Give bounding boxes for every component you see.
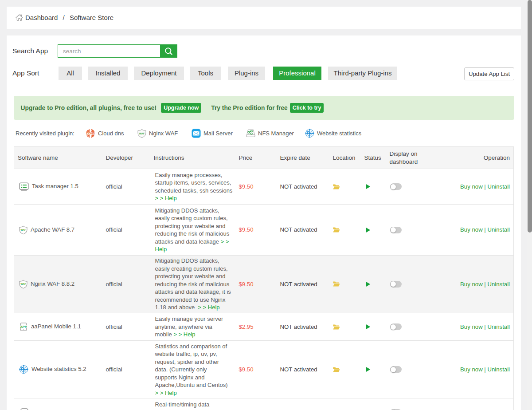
svg-text:WAF: WAF <box>21 229 27 231</box>
svg-text:DDNS: DDNS <box>86 131 95 135</box>
svg-text:WAF: WAF <box>21 283 27 285</box>
svg-text:WAF: WAF <box>139 132 145 135</box>
svg-text:APP: APP <box>20 325 27 329</box>
